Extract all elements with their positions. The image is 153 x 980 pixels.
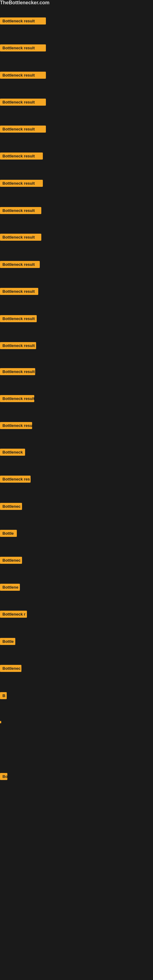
bottleneck-badge-16: Bottleneck resu bbox=[0, 422, 32, 429]
bottleneck-badge-2: Bottleneck result bbox=[0, 45, 46, 51]
bottleneck-item-25: Bottlenec bbox=[0, 665, 21, 673]
bottleneck-badge-1: Bottleneck result bbox=[0, 18, 46, 24]
bottleneck-badge-15: Bottleneck result bbox=[0, 395, 34, 402]
bottleneck-badge-5: Bottleneck result bbox=[0, 126, 46, 133]
bottleneck-badge-14: Bottleneck result bbox=[0, 368, 35, 375]
bottleneck-item-8: Bottleneck result bbox=[0, 207, 41, 215]
bottleneck-item-15: Bottleneck result bbox=[0, 395, 34, 403]
bottleneck-item bbox=[0, 719, 1, 725]
bottleneck-badge-24: Bottle bbox=[0, 638, 15, 645]
bottleneck-badge-12: Bottleneck result bbox=[0, 315, 37, 322]
bottleneck-item-21: Bottlenec bbox=[0, 557, 22, 565]
bottleneck-badge-6: Bottleneck result bbox=[0, 153, 43, 159]
bottleneck-badge-25: Bottlenec bbox=[0, 665, 21, 672]
bottleneck-badge-21: Bottlenec bbox=[0, 557, 22, 564]
bottleneck-item-13: Bottleneck result bbox=[0, 342, 36, 350]
bottleneck-item-18: Bottleneck res bbox=[0, 476, 30, 484]
bottleneck-item-20: Bottle bbox=[0, 530, 17, 538]
bottleneck-badge-28: Bo bbox=[0, 773, 7, 780]
bottleneck-badge-9: Bottleneck result bbox=[0, 234, 41, 241]
bottleneck-item-11: Bottleneck result bbox=[0, 288, 38, 296]
bottleneck-item-9: Bottleneck result bbox=[0, 234, 41, 242]
bottleneck-item-12: Bottleneck result bbox=[0, 315, 37, 323]
bottleneck-item-1: Bottleneck result bbox=[0, 18, 46, 26]
bottleneck-item-6: Bottleneck result bbox=[0, 153, 43, 161]
bottleneck-item-3: Bottleneck result bbox=[0, 72, 46, 80]
bottleneck-item-16: Bottleneck resu bbox=[0, 422, 32, 430]
bottleneck-badge-19: Bottlenec bbox=[0, 503, 22, 510]
bottleneck-item-7: Bottleneck result bbox=[0, 180, 43, 188]
bottleneck-item-23: Bottleneck r bbox=[0, 611, 27, 619]
bottleneck-item-28: Bo bbox=[0, 773, 7, 781]
bottleneck-badge-7: Bottleneck result bbox=[0, 180, 43, 187]
bottleneck-badge-17: Bottleneck bbox=[0, 449, 25, 456]
bottleneck-item-14: Bottleneck result bbox=[0, 368, 35, 376]
bottleneck-badge-23: Bottleneck r bbox=[0, 611, 27, 618]
bottleneck-item-26: B bbox=[0, 692, 7, 700]
bottleneck-badge-18: Bottleneck res bbox=[0, 476, 30, 483]
bottleneck-item-10: Bottleneck result bbox=[0, 261, 40, 269]
bottleneck-item-22: Bottlene bbox=[0, 584, 20, 592]
bottleneck-item-17: Bottleneck bbox=[0, 449, 25, 457]
bottleneck-item-4: Bottleneck result bbox=[0, 99, 46, 107]
bottleneck-badge-26: B bbox=[0, 692, 7, 699]
bottleneck-badge-11: Bottleneck result bbox=[0, 288, 38, 295]
bottleneck-badge-20: Bottle bbox=[0, 530, 17, 537]
bottleneck-badge-3: Bottleneck result bbox=[0, 72, 46, 79]
bottleneck-item-24: Bottle bbox=[0, 638, 15, 646]
bottleneck-badge-4: Bottleneck result bbox=[0, 99, 46, 106]
bottleneck-item-5: Bottleneck result bbox=[0, 126, 46, 134]
bottleneck-item-2: Bottleneck result bbox=[0, 45, 46, 52]
bottleneck-badge-8: Bottleneck result bbox=[0, 207, 41, 214]
bottleneck-badge-10: Bottleneck result bbox=[0, 261, 40, 268]
site-header: TheBottlenecker.com bbox=[0, 0, 153, 5]
bottleneck-item-19: Bottlenec bbox=[0, 503, 22, 511]
bottleneck-badge-22: Bottlene bbox=[0, 584, 20, 591]
bottleneck-badge-13: Bottleneck result bbox=[0, 342, 36, 349]
